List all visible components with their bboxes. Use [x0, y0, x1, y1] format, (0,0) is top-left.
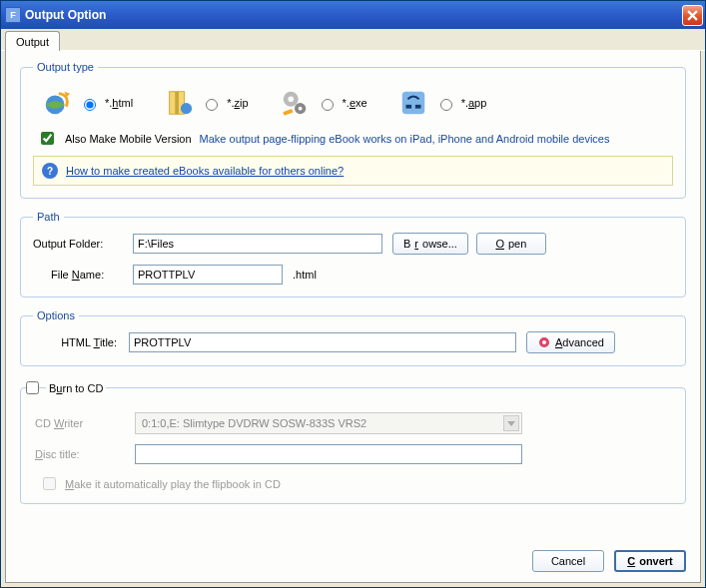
app-icon: F	[5, 7, 21, 23]
radio-app[interactable]	[440, 99, 452, 111]
disc-title-input	[135, 444, 522, 464]
svg-point-14	[542, 340, 546, 344]
client-area: Output type *.html *.zip	[5, 51, 701, 583]
output-folder-input[interactable]	[133, 234, 382, 254]
titlebar: F Output Option	[1, 1, 705, 29]
chevron-down-icon	[503, 415, 519, 431]
radio-zip[interactable]	[206, 99, 218, 111]
radio-app-label[interactable]: *.app	[461, 97, 487, 109]
svg-rect-12	[415, 105, 421, 109]
html-title-input[interactable]	[129, 332, 516, 352]
disc-title-label: Disc title:	[35, 448, 135, 460]
html-icon	[41, 87, 73, 119]
radio-zip-label[interactable]: *.zip	[227, 97, 248, 109]
mobile-version-label: Also Make Mobile Version	[65, 133, 192, 145]
radio-exe-label[interactable]: *.exe	[343, 97, 367, 109]
close-icon	[687, 10, 698, 21]
svg-rect-10	[401, 92, 424, 115]
tab-strip: Output	[1, 29, 705, 51]
path-legend: Path	[33, 211, 64, 223]
radio-html-label[interactable]: *.html	[105, 97, 133, 109]
output-type-legend: Output type	[33, 61, 98, 73]
footer-buttons: Cancel Convert	[20, 536, 686, 572]
options-group: Options HTML Title: Advanced	[20, 309, 686, 366]
tab-output[interactable]: Output	[5, 31, 60, 51]
mobile-version-checkbox[interactable]	[41, 132, 54, 145]
cd-writer-label: CD Writer	[35, 417, 135, 429]
burn-to-cd-label: Burn to CD	[46, 382, 106, 394]
app-icon-mac	[397, 87, 429, 119]
svg-rect-3	[175, 92, 179, 115]
close-button[interactable]	[682, 5, 703, 26]
exe-icon	[279, 87, 311, 119]
mobile-version-desc: Make output page-flipping eBook works on…	[200, 133, 610, 145]
info-box: ? How to make created eBooks available f…	[33, 156, 673, 186]
window: F Output Option Output Output type *.htm…	[0, 0, 706, 588]
svg-rect-9	[283, 109, 293, 116]
open-button[interactable]: Open	[476, 233, 546, 255]
file-ext-label: .html	[293, 269, 317, 281]
svg-point-4	[181, 103, 192, 114]
path-group: Path Output Folder: Browse... Open File …	[20, 211, 686, 297]
convert-button[interactable]: Convert	[614, 550, 686, 572]
zip-icon	[163, 87, 195, 119]
window-title: Output Option	[25, 8, 682, 22]
autoplay-checkbox	[43, 477, 56, 490]
file-name-input[interactable]	[133, 265, 283, 285]
svg-point-8	[298, 107, 302, 111]
gear-icon	[537, 335, 551, 349]
radio-exe[interactable]	[322, 99, 334, 111]
info-link[interactable]: How to make created eBooks available for…	[66, 165, 344, 177]
info-icon: ?	[42, 163, 58, 179]
burn-to-cd-checkbox[interactable]	[26, 381, 39, 394]
cd-writer-value: 0:1:0,E: Slimtype DVDRW SOSW-833S VRS2	[142, 417, 366, 429]
svg-marker-15	[507, 421, 515, 426]
output-type-row: *.html *.zip *.exe	[41, 87, 673, 119]
output-type-group: Output type *.html *.zip	[20, 61, 686, 199]
advanced-button[interactable]: Advanced	[526, 331, 615, 353]
output-folder-label: Output Folder:	[33, 238, 133, 250]
svg-point-6	[288, 96, 294, 102]
radio-html[interactable]	[84, 99, 96, 111]
cancel-button[interactable]: Cancel	[532, 550, 604, 572]
cd-writer-select: 0:1:0,E: Slimtype DVDRW SOSW-833S VRS2	[135, 412, 522, 434]
svg-rect-11	[405, 105, 411, 109]
browse-button[interactable]: Browse...	[392, 233, 468, 255]
options-legend: Options	[33, 309, 79, 321]
burn-to-cd-section: Burn to CD CD Writer 0:1:0,E: Slimtype D…	[20, 378, 686, 504]
